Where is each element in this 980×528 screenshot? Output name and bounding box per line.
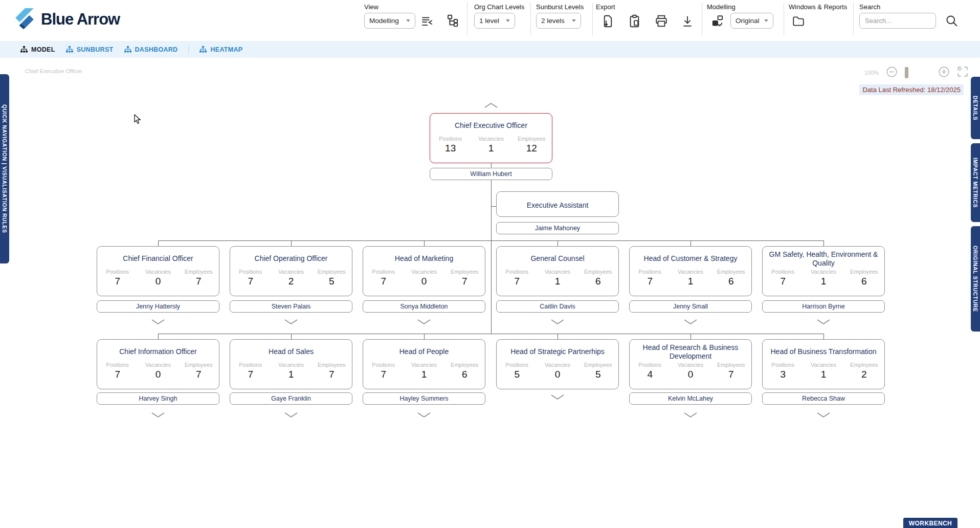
view-mode-select[interactable]: Modelling (364, 13, 415, 29)
view-mode-value: Modelling (369, 17, 399, 25)
org-node-person[interactable]: Hayley Summers (363, 392, 485, 405)
stat-value: 0 (670, 369, 710, 380)
folder-icon[interactable] (792, 14, 805, 28)
stat-value: 7 (179, 276, 219, 287)
stat-label: Employees (844, 362, 884, 368)
search-icon[interactable] (945, 14, 958, 27)
org-node[interactable]: Head of Business TransformationPositions… (762, 339, 885, 389)
stat-label: Positions (363, 362, 404, 368)
stat-label: Employees (711, 269, 751, 275)
workbench-button[interactable]: WORKBENCH (903, 518, 957, 528)
org-node-assistant[interactable]: Executive Assistant (496, 191, 619, 217)
stat-value: 7 (444, 276, 485, 287)
connector-line (491, 206, 496, 207)
stat-label: Positions (763, 362, 803, 368)
scenario-icon[interactable] (711, 14, 724, 28)
stat-label: Positions (630, 362, 670, 368)
quick-navigation-panel-tab[interactable]: QUICK NAVIGATION | VISUALISATION RULES (0, 74, 9, 263)
export-section-label: Export (596, 3, 615, 11)
org-chart-levels-select[interactable]: 1 level (474, 13, 515, 29)
download-icon[interactable] (681, 15, 694, 28)
blue-arrow-logo-icon (14, 7, 36, 32)
org-node-title: Chief Information Officer (97, 340, 219, 361)
stat-value: 1 (670, 276, 710, 287)
clipboard-icon[interactable] (628, 14, 641, 28)
stat-label: Vacancies (471, 136, 511, 142)
org-node-person[interactable]: Caitlin Davis (496, 300, 619, 313)
connector-line (424, 334, 425, 339)
top-toolbar: Blue Arrow View Modelling Org Chart Leve… (0, 0, 980, 41)
org-node[interactable]: General CounselPositions7Vacancies1Emplo… (496, 246, 619, 296)
org-node[interactable]: Head of Strategic PartnerhipsPositions5V… (496, 339, 619, 389)
expand-down-chevron-icon[interactable] (550, 319, 565, 325)
org-node-person[interactable]: Sonya Middleton (363, 300, 485, 313)
org-node-person[interactable]: Harrison Byrne (762, 300, 885, 313)
org-node-stats: Positions5Vacancies0Employees5 (497, 362, 618, 380)
expand-up-chevron-icon[interactable] (484, 102, 498, 108)
expand-down-chevron-icon[interactable] (417, 412, 431, 418)
org-chart-canvas[interactable]: Chief Executive Officer 100% Data Last R… (0, 58, 980, 528)
org-node-person[interactable]: William Hubert (430, 168, 552, 180)
expand-down-chevron-icon[interactable] (151, 412, 165, 418)
expand-down-chevron-icon[interactable] (816, 319, 831, 325)
sunburst-levels-select[interactable]: 2 levels (536, 13, 581, 29)
org-node-stats: Positions3Vacancies1Employees2 (763, 362, 884, 380)
org-node[interactable]: Chief Financial OfficerPositions7Vacanci… (97, 246, 219, 296)
expand-down-chevron-icon[interactable] (284, 319, 298, 325)
org-node[interactable]: Head of SalesPositions7Vacancies1Employe… (230, 339, 352, 389)
stat-value: 12 (511, 143, 552, 154)
stat-label: Employees (179, 269, 219, 275)
org-node[interactable]: Head of PeoplePositions7Vacancies1Employ… (363, 339, 485, 389)
original-structure-panel-tab[interactable]: ORIGINAL STRUCTURE (971, 226, 980, 332)
stat-label: Vacancies (404, 269, 444, 275)
tab-sunburst[interactable]: SUNBURST (66, 46, 114, 53)
expand-down-chevron-icon[interactable] (683, 412, 698, 418)
tab-model[interactable]: MODEL (20, 46, 55, 53)
org-node-person[interactable]: Harvey Singh (97, 392, 219, 405)
view-section-label: View (364, 3, 378, 11)
expand-down-chevron-icon[interactable] (816, 412, 831, 418)
printer-icon[interactable] (655, 14, 668, 28)
stat-label: Employees (844, 269, 884, 275)
org-node[interactable]: Chief Operating OfficerPositions7Vacanci… (230, 246, 352, 296)
details-panel-tab[interactable]: DETAILS (971, 77, 980, 139)
connector-line (158, 240, 823, 241)
org-node-person[interactable]: Kelvin McLahey (629, 392, 752, 405)
org-node[interactable]: Head of MarketingPositions7Vacancies0Emp… (363, 246, 485, 296)
impact-metrics-panel-tab[interactable]: IMPACT METRICS (971, 143, 980, 222)
org-node-stats: Positions7Vacancies1Employees6 (630, 269, 751, 287)
org-node-root[interactable]: Chief Executive Officer Positions13 Vaca… (430, 113, 552, 163)
org-node-person[interactable]: Rebecca Shaw (762, 392, 885, 405)
export-file-icon[interactable] (602, 14, 614, 28)
legend-compare-icon[interactable] (420, 15, 434, 27)
org-node[interactable]: Chief Information OfficerPositions7Vacan… (97, 339, 219, 389)
expand-down-chevron-icon[interactable] (683, 319, 698, 325)
scenario-select[interactable]: Original (730, 13, 773, 29)
org-node-person[interactable]: Gaye Franklin (230, 392, 352, 405)
stat-label: Employees (711, 362, 751, 368)
tab-dashboard[interactable]: DASHBOARD (124, 46, 178, 53)
stat-value: 2 (271, 276, 311, 287)
org-node-person[interactable]: Jaime Mahoney (496, 222, 619, 234)
stat-value: 7 (311, 369, 352, 380)
org-node[interactable]: Head of Research & Business DevelopmentP… (629, 339, 752, 389)
connector-line (691, 334, 691, 339)
org-node-person[interactable]: Jenny Hattersly (97, 300, 219, 313)
org-node-person[interactable]: Steven Palais (230, 300, 352, 313)
stat-value: 7 (711, 369, 751, 380)
expand-down-chevron-icon[interactable] (151, 319, 165, 325)
connector-line (291, 240, 292, 246)
expand-down-chevron-icon[interactable] (284, 412, 298, 418)
org-node-stats: Positions4Vacancies0Employees7 (630, 362, 751, 380)
org-node[interactable]: Head of Customer & StrategyPositions7Vac… (629, 246, 752, 296)
search-input[interactable] (859, 13, 936, 29)
stat-value: 0 (138, 276, 178, 287)
org-node-title: Head of Business Transformation (763, 340, 884, 361)
expand-down-chevron-icon[interactable] (417, 319, 431, 325)
stat-value: 7 (763, 276, 803, 287)
org-node[interactable]: GM Safety, Health, Environment & Quality… (762, 246, 885, 296)
tab-heatmap[interactable]: HEATMAP (199, 46, 242, 53)
org-node-person[interactable]: Jenny Small (629, 300, 752, 313)
expand-down-chevron-icon[interactable] (550, 394, 565, 400)
org-tree-icon[interactable] (446, 14, 460, 28)
